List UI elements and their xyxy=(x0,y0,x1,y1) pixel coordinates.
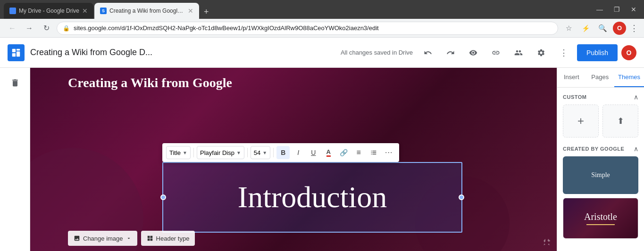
svg-rect-9 xyxy=(373,154,376,154)
style-select-label: Title xyxy=(169,149,181,156)
format-toolbar: Title ▼ Playfair Disp ▼ 54 ▼ B I xyxy=(162,143,399,162)
profile-circle[interactable]: O xyxy=(613,22,626,35)
font-select-arrow: ▼ xyxy=(236,150,241,155)
style-select-arrow: ▼ xyxy=(183,150,187,155)
drive-tab-close[interactable]: ✕ xyxy=(82,7,88,15)
custom-section-toggle[interactable]: ∧ xyxy=(634,93,638,101)
svg-rect-4 xyxy=(371,151,372,151)
italic-button[interactable]: I xyxy=(292,146,305,159)
text-color-button[interactable]: A xyxy=(322,146,335,159)
simple-theme-label: Simple xyxy=(591,171,610,179)
hero-page-title: Creating a Wiki from Google xyxy=(68,75,232,90)
intro-text: Introduction xyxy=(238,180,387,215)
sites-favicon: S xyxy=(100,8,107,14)
tab-pages[interactable]: Pages xyxy=(586,68,615,87)
svg-rect-6 xyxy=(371,152,372,153)
user-avatar[interactable]: O xyxy=(621,45,636,60)
font-select[interactable]: Playfair Disp ▼ xyxy=(197,146,244,159)
aristotle-theme-card[interactable]: Aristotle xyxy=(563,198,638,239)
resize-icon[interactable] xyxy=(543,238,551,248)
size-select-label: 54 xyxy=(254,149,260,156)
new-tab-button[interactable]: + xyxy=(200,5,213,19)
sites-tab-title: Creating a Wiki from Google Doc xyxy=(109,8,185,14)
svg-rect-3 xyxy=(17,51,20,57)
address-input[interactable]: 🔒 sites.google.com/d/1f-lOxDmzdSQH2-NaPg… xyxy=(57,22,558,35)
custom-section-header: CUSTOM ∧ xyxy=(563,93,638,101)
svg-rect-1 xyxy=(17,49,20,50)
hero-section[interactable]: Creating a Wiki from Google Title ▼ Play… xyxy=(30,68,557,251)
drive-tab-title: My Drive - Google Drive xyxy=(19,8,79,14)
share-button[interactable] xyxy=(509,43,528,62)
autosave-text: All changes saved in Drive xyxy=(341,49,413,56)
minimize-button[interactable]: — xyxy=(593,3,606,16)
link-button[interactable] xyxy=(486,43,505,62)
sites-tab-close[interactable]: ✕ xyxy=(188,7,193,15)
toolbar-divider-3 xyxy=(273,148,274,157)
doc-title: Creating a Wiki from Google D... xyxy=(30,48,335,57)
tabs-bar: My Drive - Google Drive ✕ S Creating a W… xyxy=(4,0,589,19)
svg-rect-5 xyxy=(373,151,376,151)
more-format-button[interactable]: ··· xyxy=(382,146,395,159)
toolbar-divider-1 xyxy=(193,148,194,157)
selection-handle-right[interactable] xyxy=(459,194,464,200)
undo-button[interactable] xyxy=(418,43,437,62)
add-custom-icon: + xyxy=(577,114,584,128)
link-toolbar-button[interactable]: 🔗 xyxy=(337,146,350,159)
size-select[interactable]: 54 ▼ xyxy=(251,146,270,159)
header-actions: ⋮ Publish O xyxy=(418,43,636,62)
maximize-button[interactable]: ❐ xyxy=(610,3,623,16)
bottom-controls: Change image Header type xyxy=(68,231,195,246)
address-bar-row: ← → ↻ 🔒 sites.google.com/d/1f-lOxDmzdSQH… xyxy=(0,19,644,38)
bookmark-icon[interactable]: ☆ xyxy=(562,22,575,35)
google-section-toggle[interactable]: ∧ xyxy=(634,145,638,153)
app-header: Creating a Wiki from Google D... All cha… xyxy=(0,38,644,68)
change-image-button[interactable]: Change image xyxy=(68,231,137,246)
google-section-header: CREATED BY GOOGLE ∧ xyxy=(563,145,638,153)
panel-tabs: Insert Pages Themes xyxy=(557,68,644,88)
preview-button[interactable] xyxy=(464,43,483,62)
upload-icon: ⬆ xyxy=(617,116,624,126)
simple-theme-card[interactable]: Simple xyxy=(563,156,638,194)
text-selection-box[interactable]: Introduction xyxy=(162,162,462,233)
page-editor: Creating a Wiki from Google Title ▼ Play… xyxy=(30,68,557,251)
font-select-label: Playfair Disp xyxy=(200,149,234,156)
main-layout: Creating a Wiki from Google Title ▼ Play… xyxy=(0,68,644,251)
tab-insert[interactable]: Insert xyxy=(557,68,586,87)
search-icon[interactable]: 🔍 xyxy=(596,22,609,35)
list-button[interactable] xyxy=(367,146,380,159)
header-type-button[interactable]: Header type xyxy=(141,231,195,246)
lock-icon: 🔒 xyxy=(63,25,70,32)
sidebar-left xyxy=(0,68,30,251)
bold-button[interactable]: B xyxy=(276,146,290,159)
style-select[interactable]: Title ▼ xyxy=(166,146,191,159)
refresh-button[interactable]: ↻ xyxy=(40,22,53,35)
publish-button[interactable]: Publish xyxy=(577,44,618,61)
bold-label: B xyxy=(281,149,285,156)
close-button[interactable]: ✕ xyxy=(627,3,640,16)
tab-drive[interactable]: My Drive - Google Drive ✕ xyxy=(4,3,93,19)
more-options-icon[interactable]: ⋮ xyxy=(630,23,638,33)
more-options-button[interactable]: ⋮ xyxy=(554,43,573,62)
aristotle-underline xyxy=(586,224,615,225)
align-button[interactable]: ≡ xyxy=(352,146,365,159)
underline-button[interactable]: U xyxy=(307,146,320,159)
drive-favicon xyxy=(9,8,16,14)
tab-themes[interactable]: Themes xyxy=(614,68,644,87)
aristotle-theme-label: Aristotle xyxy=(584,211,617,222)
size-select-arrow: ▼ xyxy=(262,150,267,155)
forward-button[interactable]: → xyxy=(23,22,36,35)
settings-button[interactable] xyxy=(532,43,551,62)
trash-icon[interactable] xyxy=(6,73,25,92)
extension-icon[interactable]: ⚡ xyxy=(579,22,592,35)
browser-chrome: My Drive - Google Drive ✕ S Creating a W… xyxy=(0,0,644,19)
add-custom-theme-card[interactable]: + xyxy=(563,105,599,138)
upload-custom-theme-card[interactable]: ⬆ xyxy=(602,105,638,138)
svg-rect-8 xyxy=(371,154,372,154)
change-image-label: Change image xyxy=(83,235,123,242)
underline-label: U xyxy=(311,149,316,156)
toolbar-divider-2 xyxy=(247,148,248,157)
back-button[interactable]: ← xyxy=(6,22,19,35)
redo-button[interactable] xyxy=(441,43,460,62)
selection-handle-left[interactable] xyxy=(160,194,166,200)
tab-sites[interactable]: S Creating a Wiki from Google Doc ✕ xyxy=(94,3,199,19)
